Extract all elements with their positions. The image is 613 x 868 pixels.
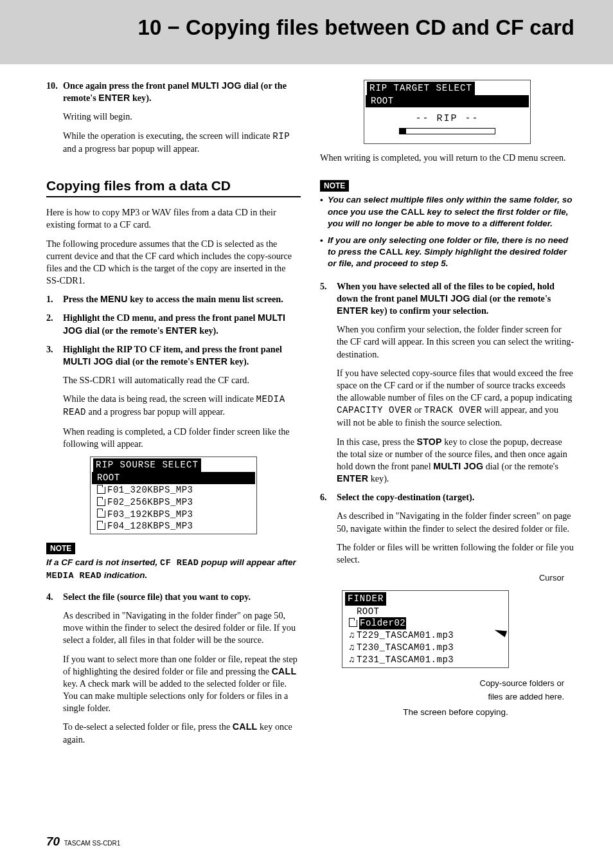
lcd-row: F01_320KBPS_MP3	[92, 484, 255, 496]
section-title: Copying files from a data CD	[46, 177, 301, 197]
chapter-title: 10 − Copying files between CD and CF car…	[46, 15, 574, 40]
note-block: NOTE You can select multiple files only …	[320, 179, 574, 270]
left-column: 10. Once again press the front panel MUL…	[46, 80, 301, 752]
caption-line: files are added here.	[337, 691, 564, 703]
folder-icon	[349, 620, 357, 627]
section-head: Copying files from a data CD	[46, 177, 301, 197]
progress-bar-icon	[399, 128, 495, 134]
lcd-row: F02_256KBPS_MP3	[92, 496, 255, 509]
right-column: RIP TARGET SELECT ROOT -- RIP -- When wr…	[320, 80, 574, 752]
note-text: If a CF card is not inserted, CF READ po…	[46, 557, 301, 581]
note-badge: NOTE	[320, 180, 349, 192]
note-item: If you are only selecting one folder or …	[320, 235, 574, 270]
s5-p2: If you have selected copy-source files t…	[337, 367, 574, 429]
s4-p3: To de-select a selected folder or file, …	[63, 721, 301, 745]
p-after: When writing is completed, you will retu…	[320, 152, 574, 164]
lcd-row: ROOT	[344, 606, 507, 618]
music-note-icon: ♫	[349, 629, 355, 642]
page: 10 − Copying files between CD and CF car…	[0, 0, 613, 868]
s3-p3: When reading is completed, a CD folder f…	[63, 426, 301, 450]
note-badge: NOTE	[46, 543, 75, 554]
lcd-finder: FINDER ROOT Folder02 ♫T229_TASCAM01.mp3 …	[342, 590, 509, 668]
step-10: 10. Once again press the front panel MUL…	[46, 80, 301, 104]
lcd-rip-label: -- RIP --	[366, 107, 529, 127]
step-2: 2. Highlight the CD menu, and press the …	[46, 312, 301, 336]
product-name: TASCAM SS-CDR1	[64, 840, 121, 847]
music-note-icon: ♫	[349, 654, 355, 666]
lcd-source-select: RIP SOURSE SELECT ROOT F01_320KBPS_MP3 F…	[90, 457, 257, 534]
step-num: 10.	[46, 80, 63, 104]
lcd-row-root: ROOT	[92, 472, 255, 484]
s6-p2: The folder or files will be written foll…	[337, 541, 574, 566]
s4-p1: As described in "Navigating in the folde…	[63, 610, 301, 647]
note-item: You can select multiple files only withi…	[320, 194, 574, 230]
note-list: You can select multiple files only withi…	[320, 194, 574, 269]
step-4: 4. Select the file (source file) that yo…	[46, 591, 301, 603]
music-note-icon: ♫	[349, 642, 355, 654]
step-3: 3. Highlight the RIP TO CF item, and pre…	[46, 343, 301, 368]
header-bar: 10 − Copying files between CD and CF car…	[0, 0, 613, 64]
lcd-finder-block: Cursor FINDER ROOT Folder02 ♫T229_TASCAM…	[337, 572, 574, 718]
lcd-row: ♫T230_TASCAM01.mp3	[344, 642, 507, 654]
lcd-row: Folder02	[344, 617, 507, 629]
page-number: 70	[46, 835, 60, 848]
lcd-row: ♫T229_TASCAM01.mp3	[344, 629, 507, 642]
lcd-row: ♫T231_TASCAM01.mp3	[344, 654, 507, 666]
intro-1: Here is how to copy MP3 or WAV files fro…	[46, 206, 301, 231]
cursor-label: Cursor	[337, 572, 564, 584]
lcd-row-root: ROOT	[366, 95, 529, 107]
step-6: 6. Select the copy-destination (target).	[320, 491, 574, 503]
folder-icon	[97, 523, 105, 530]
folder-icon	[97, 487, 105, 494]
s5-p3: In this case, press the STOP key to clos…	[337, 436, 574, 485]
lcd-row: F03_192KBPS_MP3	[92, 509, 255, 521]
columns: 10. Once again press the front panel MUL…	[46, 80, 574, 752]
folder-icon	[97, 499, 105, 506]
lcd-title: RIP TARGET SELECT	[367, 82, 475, 95]
folder-icon	[97, 511, 105, 518]
intro-2: The following procedure assumes that the…	[46, 238, 301, 287]
lcd-target-select: RIP TARGET SELECT ROOT -- RIP --	[364, 80, 531, 144]
p-exec: While the operation is executing, the sc…	[63, 130, 301, 155]
caption-line: Copy-source folders or	[337, 678, 564, 689]
s6-p1: As described in "Navigating in the folde…	[337, 510, 574, 534]
s3-p2: While the data is being read, the screen…	[63, 393, 301, 419]
lcd-title: RIP SOURSE SELECT	[93, 458, 201, 472]
lcd-title: FINDER	[345, 592, 386, 606]
s5-p1: When you confirm your selection, the fol…	[337, 323, 574, 361]
page-footer: 70 TASCAM SS-CDR1	[46, 835, 120, 849]
caption-bottom: The screen before copying.	[337, 707, 574, 718]
step-text: Once again press the front panel MULTI J…	[63, 80, 301, 104]
s3-p1: The SS-CDR1 will automatically read the …	[63, 374, 301, 386]
lcd-row: F04_128KBPS_MP3	[92, 520, 255, 532]
p-writing: Writing will begin.	[63, 111, 301, 123]
step-1: 1. Press the MENU key to access the main…	[46, 293, 301, 305]
s4-p2: If you want to select more than one fold…	[63, 653, 301, 715]
step-5: 5. When you have selected all of the fil…	[320, 280, 574, 318]
note-block: NOTE If a CF card is not inserted, CF RE…	[46, 542, 301, 582]
